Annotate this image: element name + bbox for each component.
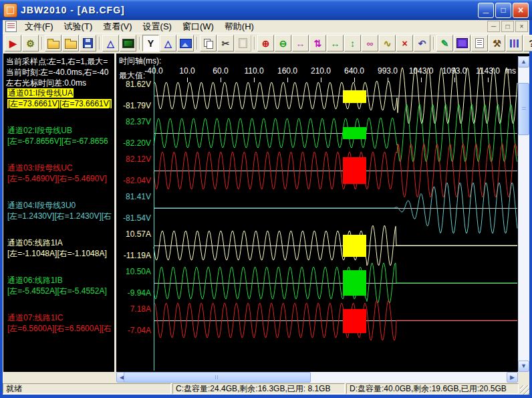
undo-button[interactable]: ↶: [414, 35, 430, 52]
channel-sidebar: 当前采样点:左=1,右=1,最大=当前时刻:左=-40.0ms,右=-40左右光…: [3, 54, 114, 383]
minimize-button[interactable]: ─: [478, 3, 494, 18]
zoom-out-circle-button[interactable]: ⊖: [275, 35, 291, 52]
expand-vertical-button[interactable]: ↕: [344, 35, 361, 52]
x-tick-label: -40.0: [144, 66, 162, 76]
channel-05-event-marker[interactable]: [343, 235, 366, 257]
channel-04-values: [左=1.2430V][右=1.2430V][右: [7, 211, 114, 222]
status-ready: 就绪: [3, 383, 171, 394]
waveform-plot[interactable]: [116, 54, 519, 371]
wave-baseline-button[interactable]: ∿: [379, 35, 396, 52]
horizontal-scrollbar[interactable]: ◀ ▶: [116, 372, 518, 383]
channel-01-event-marker[interactable]: [343, 90, 366, 103]
cursor-info-line-2: 当前时刻:左=-40.0ms,右=-40: [6, 67, 114, 78]
channel-05-name[interactable]: 通道05:线路1IA: [7, 237, 114, 249]
open-file-up-button[interactable]: [45, 35, 61, 52]
screen-purple-button[interactable]: [454, 35, 471, 52]
x-tick-label: 993.0: [378, 66, 398, 76]
delete-wave-button[interactable]: ×: [396, 35, 413, 52]
zoom-in-circle-button[interactable]: ⊕: [257, 35, 274, 52]
menu-item-6[interactable]: 帮助(H): [219, 20, 259, 33]
maximize-button[interactable]: □: [495, 3, 511, 18]
open-file-button[interactable]: [62, 35, 79, 52]
scroll-up-button[interactable]: ▲: [518, 56, 529, 68]
run-button[interactable]: ▶: [5, 35, 21, 52]
x-tick-label: 160.0: [277, 66, 297, 76]
mdi-close-button[interactable]: ×: [515, 21, 528, 32]
channel-03-min-value: -82.04V: [116, 176, 151, 185]
report-button[interactable]: [471, 35, 488, 52]
delta-analysis-button[interactable]: △: [102, 35, 119, 52]
x-tick-label: 1043.0: [409, 66, 434, 76]
resize-grip[interactable]: [520, 385, 529, 395]
image-view-button[interactable]: [177, 35, 194, 52]
toolbar-separator: [252, 35, 257, 51]
channel-07-name[interactable]: 通道07:线路1IC: [7, 312, 114, 324]
mdi-restore-button[interactable]: □: [501, 21, 514, 32]
channel-05-min-value: -11.19A: [116, 251, 151, 260]
channel-03-event-marker[interactable]: [343, 157, 366, 184]
save-button[interactable]: [80, 35, 96, 52]
image-view-icon: [180, 39, 192, 48]
screen-view-button[interactable]: [120, 35, 136, 52]
edit-pen-icon: ✎: [441, 39, 449, 48]
x-tick-label: 1093.0: [442, 66, 467, 76]
channel-03-name[interactable]: 通道03:Ⅰ段母线UC: [7, 163, 114, 174]
channel-04-name[interactable]: 通道04:Ⅰ段母线3U0: [7, 200, 114, 211]
channel-02-name[interactable]: 通道02:Ⅰ段母线UB: [7, 125, 114, 136]
split-vertical-button[interactable]: ⇅: [309, 35, 326, 52]
cut-icon: ✂: [222, 39, 230, 48]
tools-hammer-button[interactable]: ⚒: [489, 35, 505, 52]
vertical-scroll-thumb[interactable]: [518, 83, 529, 135]
channel-06-event-marker[interactable]: [343, 270, 366, 296]
menu-item-4[interactable]: 设置(S): [138, 20, 177, 33]
vector-y-button[interactable]: Y: [142, 35, 159, 52]
mdi-minimize-button[interactable]: ─: [487, 21, 500, 32]
document-icon[interactable]: [5, 21, 17, 32]
waveform-panel: 时间轴(ms): 最大值: ▲ ▼ ◀ ▶ -40.010.060.0110.0…: [116, 54, 529, 383]
delta-view-icon: △: [164, 39, 172, 48]
channel-04-min-value: -81.54V: [116, 213, 151, 223]
paste-icon: [239, 38, 247, 48]
compress-horizontal-button[interactable]: ↔: [292, 35, 309, 52]
delta-view-button[interactable]: △: [160, 35, 176, 52]
close-button[interactable]: ×: [513, 3, 529, 18]
histogram-button[interactable]: [506, 35, 523, 52]
edit-pen-button[interactable]: ✎: [436, 35, 453, 52]
copy-button[interactable]: [200, 35, 217, 52]
screen-view-icon: [122, 39, 134, 48]
channel-07-event-marker[interactable]: [343, 309, 366, 333]
channel-06-name[interactable]: 通道06:线路1IB: [7, 275, 114, 286]
settings-gears-button[interactable]: ⚙: [22, 35, 39, 52]
x-tick-label: 210.0: [311, 66, 331, 76]
horizontal-scroll-thumb[interactable]: [124, 372, 311, 383]
toolbar-separator: [194, 35, 199, 51]
menu-item-5[interactable]: 窗口(W): [177, 20, 219, 33]
channel-05-values: [左=-1.1048A][右=-1.1048A]: [7, 248, 114, 260]
channel-01-waveform: [154, 68, 517, 124]
app-icon: [3, 3, 17, 17]
paste-button[interactable]: [235, 35, 251, 52]
channel-02-event-marker[interactable]: [343, 127, 366, 139]
cut-button[interactable]: ✂: [217, 35, 234, 52]
channel-03-max-value: 82.12V: [116, 155, 151, 164]
toolbar-separator: [39, 35, 44, 51]
expand-horizontal-icon: ↔: [331, 39, 340, 48]
toolbar: ▶⚙△Y△✂⊕⊖↔⇅↔↕∞∿×↶✎⚒?: [3, 33, 529, 54]
cursor-info-line-1: 当前采样点:左=1,右=1,最大=: [6, 56, 114, 68]
expand-horizontal-button[interactable]: ↔: [327, 35, 344, 52]
channel-06-max-value: 10.50A: [116, 267, 151, 276]
help-button[interactable]: ?: [523, 35, 532, 52]
overlap-waves-button[interactable]: ∞: [362, 35, 378, 52]
menu-item-1[interactable]: 文件(F): [19, 20, 59, 33]
help-icon: ?: [529, 39, 532, 48]
vertical-scrollbar[interactable]: ▲ ▼: [518, 56, 529, 372]
menu-item-2[interactable]: 试验(T): [59, 20, 98, 33]
scroll-down-button[interactable]: ▼: [518, 361, 529, 372]
menu-item-3[interactable]: 查看(V): [98, 20, 137, 33]
open-file-icon: [65, 41, 77, 49]
channel-07-max-value: 7.18A: [116, 304, 151, 314]
channel-01-name[interactable]: 通道01:Ⅰ段母线UA: [7, 88, 114, 99]
scroll-right-button[interactable]: ▶: [507, 372, 518, 383]
x-tick-label: 1143.0: [476, 66, 500, 76]
run-icon: ▶: [9, 39, 17, 48]
